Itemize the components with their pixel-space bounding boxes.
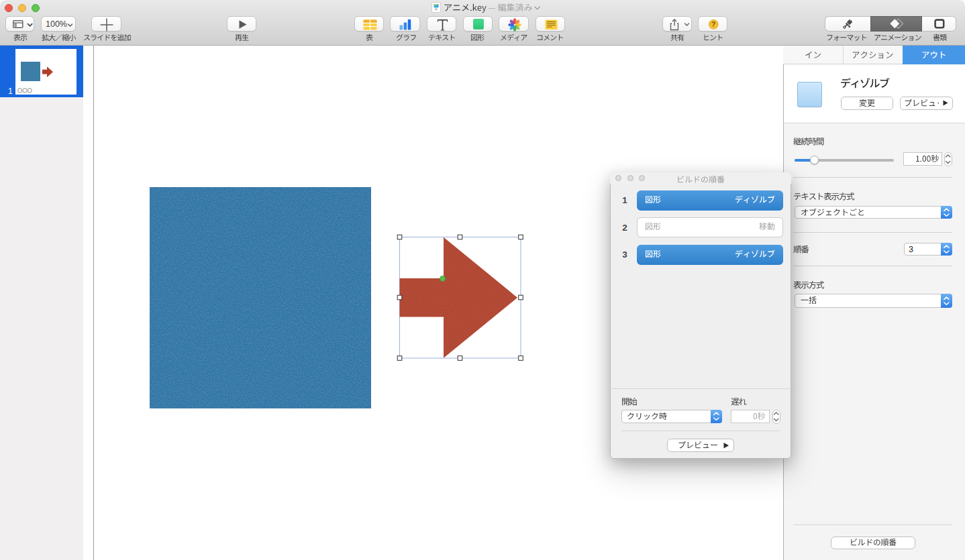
svg-text:?: ? xyxy=(711,20,715,28)
